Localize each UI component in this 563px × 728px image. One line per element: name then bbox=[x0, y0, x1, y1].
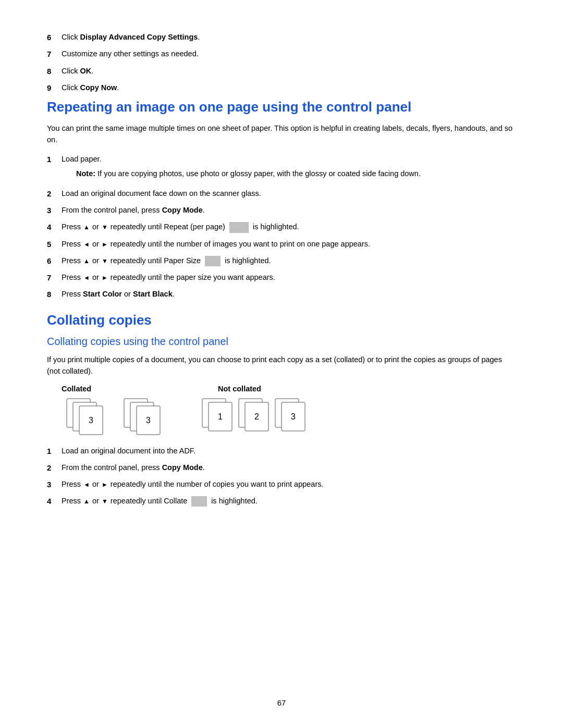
section1-step-5: 5 Press ◄ or ► repeatedly until the numb… bbox=[47, 238, 516, 250]
step-6: 6 Click Display Advanced Copy Settings. bbox=[47, 31, 516, 43]
section1-step-8: 8 Press Start Color or Start Black. bbox=[47, 288, 516, 300]
section1-step-6: 6 Press ▲ or ▼ repeatedly until Paper Si… bbox=[47, 255, 516, 267]
step-7: 7 Customize any other settings as needed… bbox=[47, 48, 516, 60]
not-collated-illustration: 1 1 2 2 3 3 bbox=[197, 396, 333, 438]
page-footer: 67 bbox=[0, 698, 563, 707]
collated-illustration: 1 2 3 1 2 3 bbox=[62, 396, 197, 438]
step-8-bold: OK bbox=[80, 67, 91, 75]
step-9-content: Click Copy Now. bbox=[62, 82, 516, 93]
section1-step-list: 1 Load paper. Note: If you are copying p… bbox=[47, 153, 516, 301]
step-8-content: Click OK. bbox=[62, 65, 516, 77]
arrow-up-icon: ▲ bbox=[83, 223, 90, 232]
section2-step-4: 4 Press ▲ or ▼ repeatedly until Collate … bbox=[47, 495, 516, 507]
section2-intro: If you print multiple copies of a docume… bbox=[47, 354, 516, 377]
arrow-right-icon: ► bbox=[102, 240, 108, 250]
collate-images-area: 1 2 3 1 2 3 1 1 2 2 3 3 bbox=[62, 396, 516, 438]
arrow-right-icon-2: ► bbox=[102, 273, 108, 283]
step-7-content: Customize any other settings as needed. bbox=[62, 48, 516, 59]
step-6-bold: Display Advanced Copy Settings bbox=[80, 33, 198, 41]
section2-step-1: 1 Load an original document into the ADF… bbox=[47, 445, 516, 457]
step-6-content: Click Display Advanced Copy Settings. bbox=[62, 31, 516, 43]
step-9-num: 9 bbox=[47, 82, 62, 94]
step-8: 8 Click OK. bbox=[47, 65, 516, 77]
step-9-bold: Copy Now bbox=[80, 83, 117, 92]
section2-title: Collating copies bbox=[47, 312, 516, 328]
section1-step-2: 2 Load an original document face down on… bbox=[47, 188, 516, 200]
arrow-up-icon-2: ▲ bbox=[83, 256, 90, 266]
section1-title: Repeating an image on one page using the… bbox=[47, 99, 516, 115]
collated-label: Collated bbox=[62, 385, 218, 393]
arrow-left-icon: ◄ bbox=[83, 240, 90, 250]
svg-text:3: 3 bbox=[291, 412, 296, 421]
arrow-down-icon-3: ▼ bbox=[102, 497, 108, 507]
step-9: 9 Click Copy Now. bbox=[47, 82, 516, 94]
section2-step-list: 1 Load an original document into the ADF… bbox=[47, 445, 516, 508]
top-step-list: 6 Click Display Advanced Copy Settings. … bbox=[47, 31, 516, 94]
step-7-num: 7 bbox=[47, 48, 62, 60]
section1-intro: You can print the same image multiple ti… bbox=[47, 122, 516, 146]
section1-step-4: 4 Press ▲ or ▼ repeatedly until Repeat (… bbox=[47, 221, 516, 233]
section2-step-2: 2 From the control panel, press Copy Mod… bbox=[47, 462, 516, 474]
section2-sub-title: Collating copies using the control panel bbox=[47, 336, 516, 348]
section1-step-3: 3 From the control panel, press Copy Mod… bbox=[47, 204, 516, 216]
arrow-down-icon-2: ▼ bbox=[102, 256, 108, 266]
svg-text:1: 1 bbox=[218, 412, 223, 421]
section-repeat-image: Repeating an image on one page using the… bbox=[47, 99, 516, 301]
arrow-left-icon-2: ◄ bbox=[83, 273, 90, 283]
note-box: Note: If you are copying photos, use pho… bbox=[76, 168, 516, 179]
svg-text:2: 2 bbox=[254, 412, 259, 421]
section2-step-3: 3 Press ◄ or ► repeatedly until the numb… bbox=[47, 478, 516, 490]
svg-text:3: 3 bbox=[89, 416, 93, 425]
top-steps-section: 6 Click Display Advanced Copy Settings. … bbox=[47, 31, 516, 94]
step-6-num: 6 bbox=[47, 31, 62, 43]
arrow-right-icon-3: ► bbox=[102, 480, 108, 490]
page-number: 67 bbox=[277, 698, 286, 707]
arrow-left-icon-3: ◄ bbox=[83, 480, 90, 490]
arrow-down-icon: ▼ bbox=[102, 223, 108, 232]
section1-step-1: 1 Load paper. Note: If you are copying p… bbox=[47, 153, 516, 183]
section-collating: Collating copies Collating copies using … bbox=[47, 312, 516, 508]
arrow-up-icon-3: ▲ bbox=[83, 497, 90, 507]
section1-step-7: 7 Press ◄ or ► repeatedly until the pape… bbox=[47, 272, 516, 283]
svg-text:3: 3 bbox=[146, 416, 151, 425]
not-collated-label: Not collated bbox=[218, 385, 374, 393]
collate-labels-row: Collated Not collated bbox=[62, 385, 516, 393]
step-8-num: 8 bbox=[47, 65, 62, 77]
